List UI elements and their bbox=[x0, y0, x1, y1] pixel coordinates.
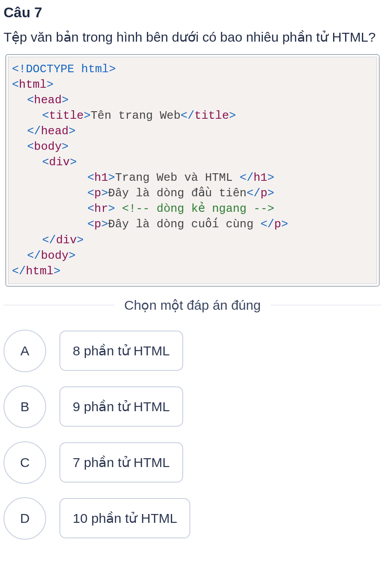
code-token: < bbox=[27, 93, 34, 107]
code-token: head bbox=[41, 125, 68, 138]
code-token: DOCTYPE html bbox=[26, 62, 109, 76]
code-line: <p>Đây là dòng đầu tiên</p> bbox=[12, 186, 372, 201]
code-token: head bbox=[34, 93, 62, 107]
code-token: > bbox=[54, 265, 61, 278]
code-token: > bbox=[109, 62, 116, 76]
code-token: </ bbox=[240, 171, 253, 184]
option-b[interactable]: B9 phần tử HTML bbox=[4, 386, 381, 428]
code-token: Trang Web và HTML bbox=[115, 171, 240, 184]
instruction-text: Chọn một đáp án đúng bbox=[124, 297, 261, 313]
code-token: p bbox=[94, 218, 102, 231]
option-letter[interactable]: A bbox=[4, 330, 46, 372]
code-line: <title>Tên trang Web</title> bbox=[12, 108, 372, 124]
code-token: div bbox=[56, 234, 77, 247]
option-letter[interactable]: D bbox=[4, 497, 46, 540]
code-line: <h1>Trang Web và HTML </h1> bbox=[12, 170, 372, 186]
code-token: < bbox=[87, 202, 94, 215]
code-token: </ bbox=[260, 218, 274, 231]
options-list: A8 phần tử HTMLB9 phần tử HTMLC7 phần tử… bbox=[4, 330, 381, 540]
code-token: < bbox=[87, 187, 94, 200]
code-token: title bbox=[194, 109, 229, 122]
code-token: > bbox=[101, 187, 108, 200]
code-line: </html> bbox=[12, 264, 372, 279]
code-token: > bbox=[69, 249, 76, 262]
code-token: p bbox=[260, 187, 267, 200]
code-container: <!DOCTYPE html><html><head><title>Tên tr… bbox=[5, 54, 380, 287]
code-token: body bbox=[41, 249, 68, 262]
divider-line-left bbox=[4, 305, 114, 305]
code-token: <! bbox=[12, 62, 26, 76]
code-line: </head> bbox=[12, 124, 372, 139]
code-token: > bbox=[229, 109, 236, 122]
code-token: > bbox=[108, 202, 115, 215]
code-token: > bbox=[62, 140, 69, 153]
option-text[interactable]: 9 phần tử HTML bbox=[59, 386, 183, 427]
code-token: > bbox=[267, 171, 275, 184]
code-token: html bbox=[26, 265, 53, 278]
option-text[interactable]: 10 phần tử HTML bbox=[59, 498, 190, 538]
code-token: < bbox=[87, 171, 94, 184]
code-token: > bbox=[69, 125, 76, 138]
divider-line-right bbox=[271, 305, 381, 305]
code-token: < bbox=[12, 78, 19, 91]
code-block: <!DOCTYPE html><html><head><title>Tên tr… bbox=[8, 57, 377, 284]
code-token: </ bbox=[247, 187, 260, 200]
code-token: Đây là dòng đầu tiên bbox=[108, 187, 247, 200]
code-token: html bbox=[19, 78, 47, 91]
option-d[interactable]: D10 phần tử HTML bbox=[4, 497, 381, 540]
code-token: Đây là dòng cuối cùng bbox=[108, 218, 260, 231]
option-letter[interactable]: B bbox=[4, 386, 46, 428]
code-token: </ bbox=[27, 125, 41, 138]
code-line: <!DOCTYPE html> bbox=[12, 62, 372, 77]
code-line: <html> bbox=[12, 77, 372, 93]
code-line: <head> bbox=[12, 93, 372, 108]
code-token bbox=[115, 202, 122, 215]
option-c[interactable]: C7 phần tử HTML bbox=[4, 441, 381, 484]
option-a[interactable]: A8 phần tử HTML bbox=[4, 330, 381, 372]
code-token: Tên trang Web bbox=[90, 109, 181, 122]
code-token: title bbox=[49, 109, 84, 122]
code-token: p bbox=[94, 187, 102, 200]
code-line: <body> bbox=[12, 139, 372, 155]
code-token: < bbox=[42, 156, 49, 169]
code-token: </ bbox=[27, 249, 41, 262]
code-token: > bbox=[84, 109, 91, 122]
code-token: </ bbox=[42, 234, 56, 247]
code-line: </body> bbox=[12, 248, 372, 264]
code-token: <!-- dòng kẻ ngang --> bbox=[122, 202, 274, 215]
code-token: body bbox=[34, 140, 62, 153]
code-line: <p>Đây là dòng cuối cùng </p> bbox=[12, 217, 372, 232]
code-token: > bbox=[101, 218, 108, 231]
option-letter[interactable]: C bbox=[4, 441, 46, 484]
code-token: hr bbox=[94, 202, 108, 215]
option-text[interactable]: 7 phần tử HTML bbox=[59, 442, 183, 483]
code-token: > bbox=[267, 187, 275, 200]
code-token: </ bbox=[181, 109, 194, 122]
option-text[interactable]: 8 phần tử HTML bbox=[59, 331, 183, 371]
code-token: > bbox=[77, 234, 84, 247]
question-number: Câu 7 bbox=[4, 4, 381, 21]
code-token: > bbox=[47, 78, 54, 91]
code-token: > bbox=[70, 156, 77, 169]
instruction-divider: Chọn một đáp án đúng bbox=[4, 297, 381, 313]
code-line: <hr> <!-- dòng kẻ ngang --> bbox=[12, 201, 372, 217]
code-line: <div> bbox=[12, 155, 372, 170]
code-token: > bbox=[281, 218, 288, 231]
code-line: </div> bbox=[12, 233, 372, 248]
code-token: h1 bbox=[254, 171, 267, 184]
code-token: </ bbox=[12, 265, 26, 278]
code-token: div bbox=[49, 156, 70, 169]
code-token: > bbox=[62, 93, 69, 107]
question-text: Tệp văn bản trong hình bên dưới có bao n… bbox=[4, 27, 381, 48]
code-token: < bbox=[27, 140, 34, 153]
code-token: > bbox=[108, 171, 115, 184]
code-token: < bbox=[87, 218, 94, 231]
code-token: < bbox=[42, 109, 49, 122]
code-token: h1 bbox=[94, 171, 108, 184]
code-token: p bbox=[274, 218, 281, 231]
